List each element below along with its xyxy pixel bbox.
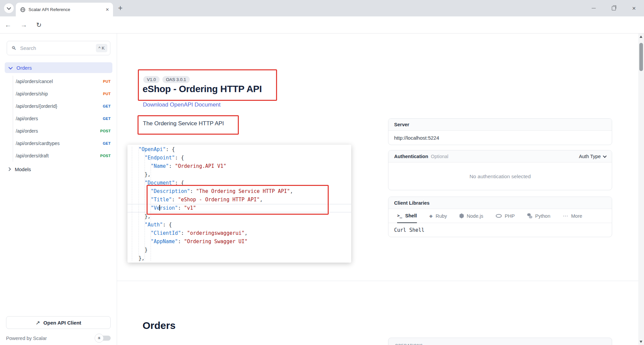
sidebar-endpoint[interactable]: /api/orders/shipPUT <box>0 87 117 100</box>
ruby-icon <box>429 213 433 218</box>
endpoint-path: /api/orders/{orderId} <box>16 104 57 109</box>
json-punctuation: , <box>290 188 293 194</box>
json-punctuation: : { <box>175 155 184 161</box>
json-punctuation: , <box>260 197 263 203</box>
code-line: "Auth": { <box>139 221 351 229</box>
scrollbar-thumb[interactable] <box>639 43 643 71</box>
server-url[interactable]: http://localhost:5224 <box>388 131 612 145</box>
endpoint-path: /api/orders/cardtypes <box>16 141 60 146</box>
library-tab-ruby[interactable]: Ruby <box>429 209 447 223</box>
endpoint-path: /api/orders <box>16 128 38 134</box>
client-libraries-header: Client Libraries <box>388 197 612 209</box>
json-punctuation: }, <box>139 213 151 219</box>
json-punctuation <box>139 188 151 194</box>
json-key: "OpenApi" <box>139 146 166 152</box>
external-arrow-icon: ↗ <box>36 320 40 326</box>
code-line: "AppName": "Ordering Swagger UI" <box>139 237 351 246</box>
library-tab-nodejs[interactable]: Node.js <box>460 209 483 223</box>
sun-icon: ☀ <box>95 334 104 343</box>
browser-titlebar: Scalar API Reference × + × <box>0 0 644 16</box>
authentication-title: Authentication <box>394 154 428 159</box>
new-tab-button[interactable]: + <box>118 4 122 13</box>
code-line: "Name": "Ordering.API V1" <box>139 162 351 170</box>
theme-toggle[interactable]: ☀ <box>95 334 111 343</box>
library-tabs: ShellRubyNode.jsPHPPythonMore <box>388 209 612 223</box>
code-line: }, <box>139 170 351 179</box>
json-key: "Ve <box>151 205 160 211</box>
json-punctuation: : { <box>163 222 172 228</box>
browser-tab[interactable]: Scalar API Reference × <box>16 3 113 16</box>
maximize-button[interactable] <box>604 6 624 10</box>
library-tab-label: PHP <box>505 213 515 219</box>
library-tab-more[interactable]: More <box>563 209 582 223</box>
operations-card: OPERATIONS <box>388 338 612 345</box>
api-title: eShop - Ordering HTTP API <box>143 84 262 94</box>
library-tab-label: More <box>571 213 582 219</box>
library-tab-php[interactable]: PHP <box>496 209 515 223</box>
json-punctuation <box>139 197 151 203</box>
method-badge: PUT <box>103 92 111 96</box>
tab-close-icon[interactable]: × <box>105 7 110 12</box>
sidebar: 🔍︎ Search ^ K Orders /api/orders/cancelP… <box>0 33 117 345</box>
sidebar-endpoint[interactable]: /api/ordersGET <box>0 112 117 125</box>
reload-icon[interactable]: ↻ <box>36 21 42 29</box>
json-punctuation: , <box>245 230 248 236</box>
library-tab-shell[interactable]: Shell <box>397 209 417 223</box>
minimize-button[interactable] <box>584 8 604 8</box>
sidebar-endpoint[interactable]: /api/orders/cardtypesGET <box>0 137 117 149</box>
download-openapi-link[interactable]: Download OpenAPI Document <box>143 101 221 108</box>
json-key: rsion" <box>160 205 178 211</box>
json-key: "Title" <box>151 197 172 203</box>
tab-search-button[interactable] <box>4 3 14 13</box>
json-punctuation: : { <box>166 146 175 152</box>
json-punctuation: }, <box>139 255 145 261</box>
sidebar-endpoint[interactable]: /api/ordersPOST <box>0 125 117 137</box>
json-punctuation: } <box>139 247 148 253</box>
open-api-client-button[interactable]: ↗ Open API Client <box>6 316 111 329</box>
code-editor[interactable]: "OpenApi": { "Endpoint": { "Name": "Orde… <box>127 145 351 263</box>
page-scrollbar[interactable] <box>638 33 644 345</box>
main-content: V1.0 OAS 3.0.1 eShop - Ordering HTTP API… <box>117 33 638 345</box>
auth-type-dropdown[interactable]: Auth Type <box>579 154 606 159</box>
back-icon[interactable]: ← <box>5 21 11 29</box>
chevron-down-icon <box>603 154 606 157</box>
code-line: "OpenApi": { <box>139 145 351 154</box>
method-badge: GET <box>103 141 111 145</box>
chevron-down-icon <box>8 65 13 69</box>
tab-title: Scalar API Reference <box>29 7 102 12</box>
sidebar-endpoint-list: /api/orders/cancelPUT/api/orders/shipPUT… <box>0 75 117 162</box>
library-tab-label: Node.js <box>467 213 483 219</box>
json-punctuation: : <box>181 230 187 236</box>
code-line: "Description": "The Ordering Service HTT… <box>139 187 351 196</box>
sidebar-endpoint[interactable]: /api/orders/cancelPUT <box>0 75 117 87</box>
json-punctuation: : <box>178 205 184 211</box>
code-line: "Title": "eShop - Ordering HTTP API", <box>139 196 351 204</box>
method-badge: GET <box>103 117 111 121</box>
search-shortcut-badge: ^ K <box>96 44 107 52</box>
code-line: }, <box>139 212 351 221</box>
scroll-down-arrow[interactable] <box>640 341 642 343</box>
code-line: "Version": "v1" <box>139 204 351 212</box>
open-api-client-label: Open API Client <box>43 320 81 326</box>
sidebar-section-orders[interactable]: Orders <box>5 62 112 73</box>
json-punctuation <box>139 238 151 245</box>
scroll-up-arrow[interactable] <box>640 36 642 38</box>
json-punctuation: : <box>172 197 178 203</box>
forward-icon[interactable]: → <box>20 21 27 29</box>
method-badge: POST <box>100 129 111 133</box>
endpoint-path: /api/orders/ship <box>16 91 48 96</box>
library-tab-label: Shell <box>405 213 417 218</box>
auth-type-label: Auth Type <box>579 154 601 159</box>
library-tab-python[interactable]: Python <box>527 209 550 223</box>
orders-heading: Orders <box>143 320 175 331</box>
sidebar-section-models[interactable]: Models <box>5 164 112 174</box>
json-punctuation: : <box>190 188 196 194</box>
sidebar-endpoint[interactable]: /api/orders/{orderId}GET <box>0 100 117 112</box>
close-button[interactable]: × <box>624 5 644 11</box>
sidebar-endpoint[interactable]: /api/orders/draftPOST <box>0 149 117 162</box>
server-card-header: Server <box>388 119 612 131</box>
search-input[interactable]: 🔍︎ Search ^ K <box>7 41 110 55</box>
json-string: "The Ordering Service HTTP API" <box>196 188 290 194</box>
json-string: "Ordering Swagger UI" <box>184 238 248 245</box>
json-key: "Description" <box>151 188 190 194</box>
